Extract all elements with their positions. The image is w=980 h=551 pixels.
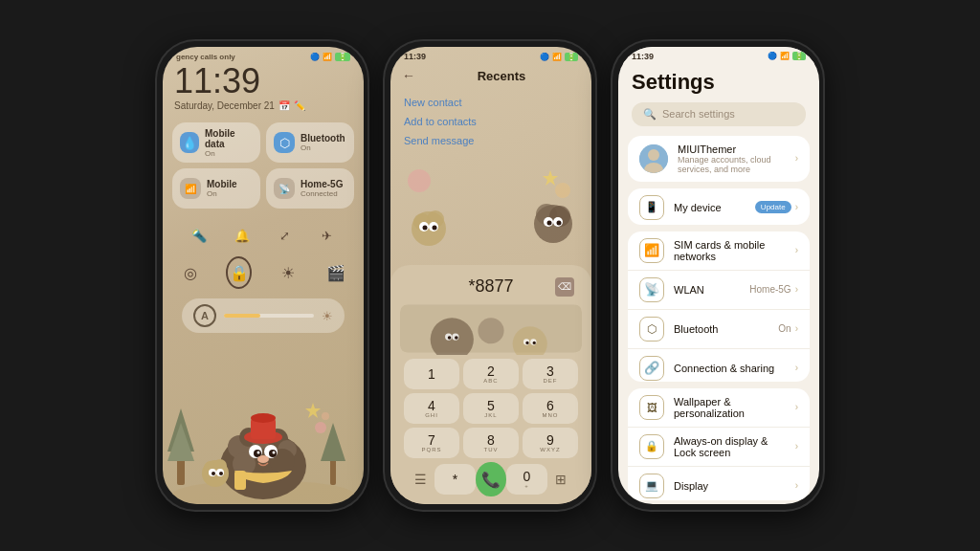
svg-rect-24 (234, 471, 246, 490)
locate-icon[interactable]: ◎ (178, 256, 203, 289)
device-arrow: › (795, 202, 798, 212)
flashlight-icon[interactable]: 🔦 (186, 222, 212, 249)
my-device-item[interactable]: 📱 My device Update › (628, 188, 810, 225)
airplane-icon[interactable]: ✈ (314, 222, 341, 249)
connection-label: Connection & sharing (674, 363, 786, 374)
signal-icon-3: 📶 (780, 52, 790, 60)
lock-icon[interactable]: 🔒 (226, 256, 252, 289)
widget-wifi[interactable]: 📡 Home-5G Connected (266, 168, 354, 209)
svg-point-18 (257, 452, 260, 454)
new-contact-button[interactable]: New contact (404, 93, 578, 112)
call-button[interactable]: 📞 (476, 462, 505, 496)
brightness-icon[interactable]: ☀ (275, 256, 300, 289)
lockscreen-bg: gency calls only 🔵 📶 🔋 11:39 Saturday, D… (163, 47, 364, 504)
aod-label: Always-on display & Lock screen (674, 435, 786, 458)
dial-key-6[interactable]: 6 MNO (523, 393, 578, 424)
dial-key-9[interactable]: 9 WXYZ (523, 428, 578, 458)
expand-icon[interactable]: ⤢ (271, 222, 298, 249)
wallpaper-label: Wallpaper & personalization (674, 396, 786, 419)
settings-bg: 11:39 🔵 📶 🔋 Settings 🔍 Search settings (618, 47, 819, 504)
wlan-label: WLAN (674, 284, 740, 296)
video-icon[interactable]: 🎬 (323, 256, 348, 289)
dialer-bg: 11:39 🔵 📶 🔋 ← Recents New contact Add to… (390, 47, 591, 504)
dial-key-3[interactable]: 3 DEF (523, 359, 578, 389)
display-label: Display (674, 480, 786, 492)
dial-key-0[interactable]: 0 + (506, 464, 548, 495)
connection-item[interactable]: 🔗 Connection & sharing › (628, 349, 810, 382)
recents-header: ← Recents (390, 64, 591, 89)
svg-point-59 (455, 336, 458, 340)
dial-key-2[interactable]: 2 ABC (463, 359, 519, 389)
widget-mobile-data[interactable]: 💧 Mobile data On (172, 122, 260, 163)
profile-arrow: › (795, 153, 798, 164)
bluetooth-tile-icon: ⬡ (274, 132, 295, 153)
bluetooth-arrow: › (795, 323, 798, 334)
bluetooth-settings-label: Bluetooth (674, 323, 768, 335)
dial-key-1[interactable]: 1 (404, 359, 459, 389)
search-icon: 🔍 (643, 108, 657, 121)
profile-item[interactable]: MIUIThemer Manage accounts, cloud servic… (628, 136, 810, 182)
connection-arrow: › (795, 363, 798, 373)
my-device-label: My device (674, 202, 746, 213)
my-device-section: 📱 My device Update › (628, 188, 810, 225)
sim-item[interactable]: 📶 SIM cards & mobile networks › (628, 231, 810, 271)
widget-mobile[interactable]: 📶 Mobile On (172, 168, 260, 209)
svg-point-63 (533, 342, 536, 344)
battery-icon-2: 🔋 (565, 53, 578, 61)
svg-point-20 (257, 455, 269, 463)
dialer-bottom: *8877 ⌫ (390, 265, 591, 504)
wallpaper-arrow: › (795, 402, 798, 412)
menu-icon[interactable]: ☰ (408, 464, 434, 495)
status-bar-2: 11:39 🔵 📶 🔋 (390, 47, 591, 64)
sim-icon: 📶 (639, 238, 664, 263)
bluetooth-item[interactable]: ⬡ Bluetooth On › (628, 310, 810, 349)
svg-point-51 (557, 221, 562, 226)
wlan-item[interactable]: 📡 WLAN Home-5G › (628, 271, 810, 310)
svg-point-19 (273, 452, 276, 454)
dial-key-7[interactable]: 7 PQRS (404, 428, 459, 458)
bt-icon-3: 🔵 (768, 52, 777, 60)
status-icons-1: 🔵 📶 🔋 (310, 53, 350, 61)
time-2: 11:39 (404, 52, 426, 61)
update-badge: Update (755, 201, 791, 213)
display-item[interactable]: 💻 Display › (628, 467, 810, 500)
phone-lockscreen: gency calls only 🔵 📶 🔋 11:39 Saturday, D… (157, 41, 368, 510)
phone-settings: 11:39 🔵 📶 🔋 Settings 🔍 Search settings (612, 41, 823, 510)
svg-point-35 (408, 169, 431, 192)
svg-point-30 (212, 472, 215, 475)
dial-key-star[interactable]: * (434, 464, 477, 495)
lockscreen-time: 11:39 (174, 64, 352, 99)
status-icons-3: 🔵 📶 🔋 (768, 52, 806, 60)
bell-icon[interactable]: 🔔 (229, 222, 256, 249)
svg-point-58 (448, 336, 452, 340)
mobile-icon: 📶 (180, 178, 201, 199)
recents-art (390, 154, 591, 265)
device-icon: 📱 (639, 195, 664, 220)
add-to-contacts-button[interactable]: Add to contacts (404, 112, 578, 131)
main-settings-section: 📶 SIM cards & mobile networks › 📡 WLAN (628, 231, 810, 382)
aod-arrow: › (795, 441, 798, 452)
signal-icon-2: 📶 (552, 53, 562, 61)
recents-title: Recents (423, 69, 580, 83)
aod-item[interactable]: 🔒 Always-on display & Lock screen › (628, 428, 810, 467)
bt-icon-2: 🔵 (540, 53, 549, 61)
back-button[interactable]: ← (402, 68, 415, 83)
display-arrow: › (795, 480, 798, 491)
wallpaper-item[interactable]: 🖼 Wallpaper & personalization › (628, 388, 810, 428)
svg-marker-34 (305, 403, 321, 418)
dial-key-5[interactable]: 5 JKL (463, 393, 519, 424)
settings-search-bar[interactable]: 🔍 Search settings (632, 102, 806, 126)
dialpad-grid-icon[interactable]: ⊞ (547, 464, 574, 495)
connection-icon: 🔗 (639, 356, 664, 381)
dialpad-bottom-row: ☰ * 📞 0 + ⊞ (400, 458, 582, 498)
time-3: 11:39 (632, 52, 654, 61)
delete-button[interactable]: ⌫ (555, 277, 574, 297)
dial-key-8[interactable]: 8 TUV (463, 428, 519, 458)
status-icons-2: 🔵 📶 🔋 (540, 53, 578, 61)
dial-key-4[interactable]: 4 GHI (404, 393, 459, 424)
send-message-button[interactable]: Send message (404, 131, 578, 150)
lockscreen-middle-icons: ◎ 🔒 ☀ 🎬 (163, 253, 364, 293)
status-bar-3: 11:39 🔵 📶 🔋 (618, 47, 819, 64)
widget-bluetooth[interactable]: ⬡ Bluetooth On (266, 122, 354, 163)
svg-point-62 (525, 342, 528, 344)
